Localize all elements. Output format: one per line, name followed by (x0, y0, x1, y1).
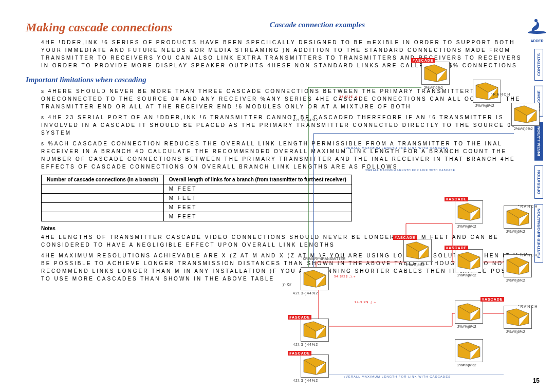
page-number: 15 (533, 377, 540, 384)
receiver-box (504, 306, 532, 329)
receiver-label: 2%#%)6%2 (457, 273, 476, 277)
ibm-label: )"- 0# (283, 283, 291, 286)
cascade-badge: #ASCADE (393, 235, 417, 240)
examples-subtitle: Cascade connection examples (270, 21, 365, 29)
receiver-box (511, 103, 540, 126)
receiver-box (421, 62, 450, 85)
sidebar-nav: CONTENTS WELCOME INSTALLATION OPERATION … (534, 49, 549, 268)
transmitter-label: 42!.3-)44%2 (293, 118, 318, 122)
receiver-box (504, 254, 532, 277)
branch-label: "RANCH (518, 305, 538, 308)
cascade-badge: #ASCADE (445, 197, 468, 201)
cascade-badge: #ASCADE (445, 246, 468, 250)
cascade-badge: #ASCADE (288, 315, 311, 320)
adder-logo: ADDER (527, 18, 547, 44)
receiver-label: 2%#%)6%2 (506, 230, 525, 233)
receiver-box (403, 239, 432, 262)
receiver-label: 2%#%)6%2 (406, 263, 425, 267)
link-label: /VERALL MAXIMUM LENGTH FOR LINK WITH CAS… (344, 146, 448, 150)
receiver-label: 2%#%)6%2 (506, 330, 525, 333)
transmitter-label: 42!.3-)44%2 (293, 343, 318, 346)
cascade-badge: #ASCADE (288, 351, 311, 356)
receiver-label: 2%#%)6%2 (514, 127, 533, 130)
receiver-box (455, 339, 483, 362)
receiver-box (504, 206, 532, 229)
primary-label: 0RIMARY 4RANSMITTER (303, 257, 345, 261)
link-label: /VERALL MAXIMUM LENGTH FOR LINK WITH CAS… (344, 375, 451, 378)
transmitter-box (301, 319, 329, 342)
logo-text: ADDER (527, 39, 547, 43)
branch-label: "RANCH (518, 204, 538, 208)
transmitter-box (301, 267, 329, 290)
receiver-label: 2%#%)6%2 (457, 363, 476, 367)
branch-label: "RANCH (518, 253, 538, 257)
receiver-label: 2%#%)6%2 (457, 225, 476, 228)
snake-icon (527, 18, 547, 36)
receiver-box (455, 249, 483, 272)
table-header-1: Number of cascade connections (in a bran… (42, 175, 164, 184)
transmitter-box (301, 354, 329, 378)
receiver-label: 2%#%)6%2 (457, 325, 476, 328)
cascade-badge: #ASCADE (411, 58, 435, 63)
receiver-box (455, 200, 483, 223)
svg-point-1 (534, 19, 538, 22)
spec-label: 34.$!2$ ,).+ (334, 275, 356, 278)
receiver-box (473, 80, 501, 103)
receiver-label: 2%#%)6%2 (475, 104, 494, 107)
tab-installation[interactable]: INSTALLATION (534, 122, 543, 160)
cascade-badge: #ASCADE (480, 297, 504, 302)
receiver-label: 2%#%)6%2 (506, 278, 525, 282)
transmitter-label: 42!.3-)44%2 (293, 291, 318, 295)
branch-label: "RANCH (491, 92, 511, 96)
cascade-diagram: #ASCADE 2%#%)6%2 2%#%)6%2 "RANCH 2%#%)6%… (278, 41, 524, 375)
receiver-box (455, 301, 483, 324)
transmitter-label: 42!.3-)44%2 (293, 379, 318, 382)
svg-point-0 (528, 31, 546, 34)
tab-contents[interactable]: CONTENTS (534, 49, 543, 81)
receiver-label: 2%#%)6%2 (424, 86, 443, 89)
link-label: /VERALL MAXIMUM LENGTH FOR LINK WITH CAS… (365, 169, 455, 172)
spec-label: 34.$!2$ ,).+ (355, 301, 377, 304)
tab-operation[interactable]: OPERATION (534, 165, 543, 199)
spec-label: 34.$!2$ ,).+ (339, 95, 361, 98)
